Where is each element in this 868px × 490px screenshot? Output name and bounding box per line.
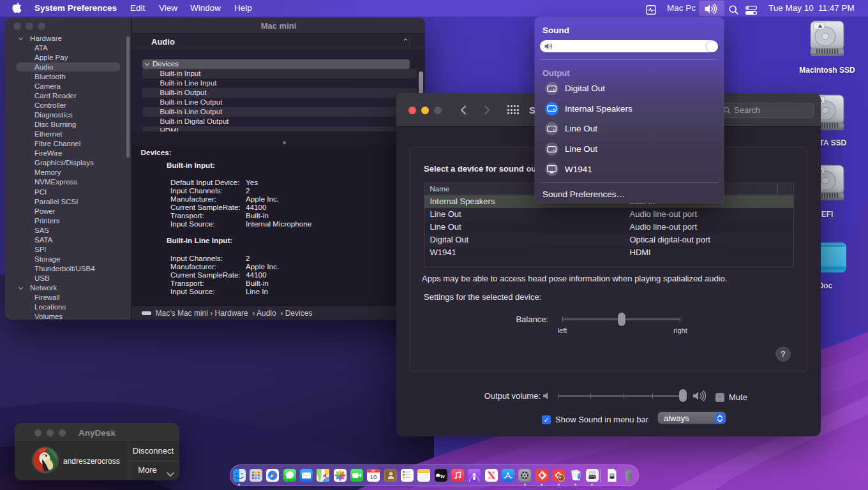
svg-text:10: 10 <box>370 473 377 480</box>
svg-text:tv: tv <box>440 473 445 479</box>
svg-text:MAY: MAY <box>371 470 377 472</box>
